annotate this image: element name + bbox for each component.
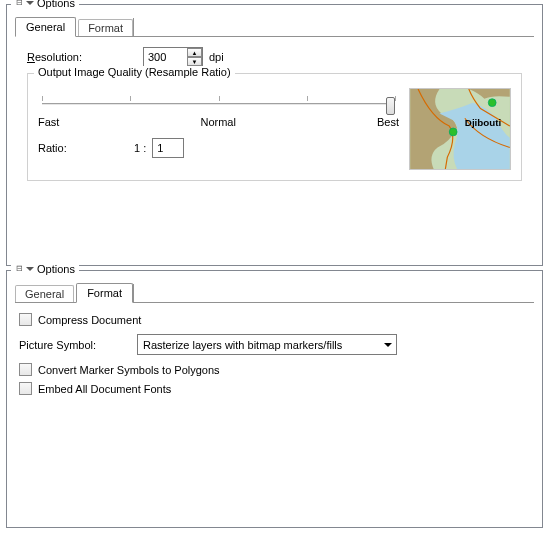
convert-row[interactable]: Convert Marker Symbols to Polygons bbox=[19, 363, 530, 376]
ratio-input[interactable] bbox=[152, 138, 184, 158]
tabs: General Format bbox=[15, 15, 534, 37]
tab-general[interactable]: General bbox=[15, 285, 74, 302]
collapse-icon[interactable]: ⊟ bbox=[15, 265, 23, 273]
checkbox-icon[interactable] bbox=[19, 382, 32, 395]
checkbox-icon[interactable] bbox=[19, 313, 32, 326]
ratio-label: Ratio: bbox=[38, 142, 128, 154]
svg-text:Djibouti: Djibouti bbox=[465, 117, 502, 128]
embed-row[interactable]: Embed All Document Fonts bbox=[19, 382, 530, 395]
quality-groupbox: Output Image Quality (Resample Ratio) Fa… bbox=[27, 73, 522, 181]
options-panel-1: ⊟ Options General Format Resolution: ▲ ▼… bbox=[6, 4, 543, 266]
tab-format[interactable]: Format bbox=[78, 19, 133, 36]
tabs: General Format bbox=[15, 281, 534, 303]
checkbox-icon[interactable] bbox=[19, 363, 32, 376]
resolution-label: Resolution: bbox=[27, 51, 137, 63]
resolution-unit: dpi bbox=[209, 51, 224, 63]
ratio-prefix: 1 : bbox=[134, 142, 146, 154]
slider-thumb[interactable] bbox=[386, 97, 395, 115]
convert-label: Convert Marker Symbols to Polygons bbox=[38, 364, 220, 376]
resolution-row: Resolution: ▲ ▼ dpi bbox=[27, 47, 522, 67]
panel-title: Options bbox=[37, 263, 75, 275]
svg-point-1 bbox=[488, 99, 496, 107]
map-preview: Djibouti bbox=[409, 88, 511, 170]
panel-header: ⊟ Options bbox=[11, 263, 79, 275]
resolution-spin-down[interactable]: ▼ bbox=[187, 57, 202, 66]
svg-point-2 bbox=[449, 128, 457, 136]
quality-slider[interactable] bbox=[42, 94, 395, 114]
compress-row[interactable]: Compress Document bbox=[19, 313, 530, 326]
slider-label-normal: Normal bbox=[200, 116, 235, 128]
options-panel-2: ⊟ Options General Format Compress Docume… bbox=[6, 270, 543, 528]
embed-label: Embed All Document Fonts bbox=[38, 383, 171, 395]
tab-format[interactable]: Format bbox=[76, 283, 133, 303]
picture-symbol-value: Rasterize layers with bitmap markers/fil… bbox=[143, 339, 342, 351]
chevron-down-icon[interactable] bbox=[25, 0, 35, 8]
panel-header: ⊟ Options bbox=[11, 0, 79, 9]
tab-general[interactable]: General bbox=[15, 17, 76, 37]
slider-label-fast: Fast bbox=[38, 116, 59, 128]
picture-symbol-label: Picture Symbol: bbox=[19, 339, 129, 351]
quality-title: Output Image Quality (Resample Ratio) bbox=[34, 66, 235, 78]
slider-label-best: Best bbox=[377, 116, 399, 128]
panel-title: Options bbox=[37, 0, 75, 9]
picture-symbol-row: Picture Symbol: Rasterize layers with bi… bbox=[19, 334, 530, 355]
picture-symbol-select[interactable]: Rasterize layers with bitmap markers/fil… bbox=[137, 334, 397, 355]
resolution-spin-up[interactable]: ▲ bbox=[187, 48, 202, 57]
collapse-icon[interactable]: ⊟ bbox=[15, 0, 23, 7]
chevron-down-icon bbox=[384, 343, 392, 347]
compress-label: Compress Document bbox=[38, 314, 141, 326]
chevron-down-icon[interactable] bbox=[25, 264, 35, 274]
